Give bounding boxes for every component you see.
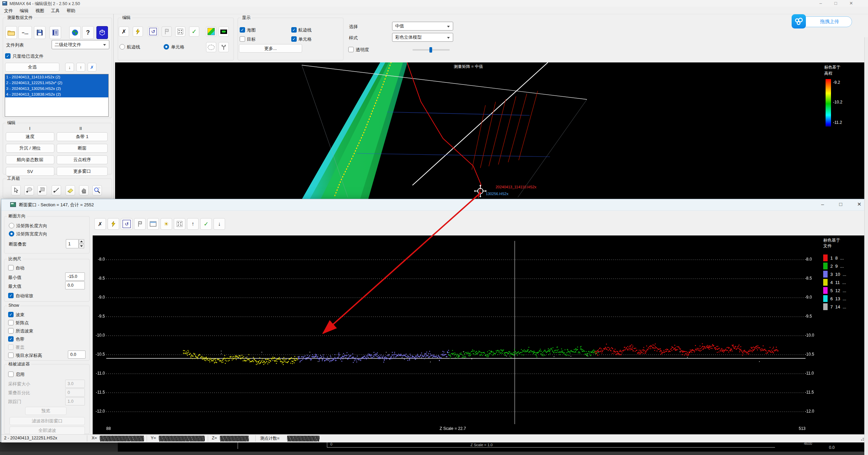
- rect-add-tool-button[interactable]: [37, 185, 47, 195]
- menu-view[interactable]: 视图: [35, 8, 44, 14]
- trackline-radio[interactable]: [119, 44, 125, 50]
- section-expand-button[interactable]: [174, 218, 185, 230]
- more-windows-button[interactable]: 更多窗口: [57, 167, 108, 176]
- edit-x-button[interactable]: ✗: [119, 26, 129, 37]
- upload-widget[interactable]: 拖拽上传: [792, 15, 852, 28]
- autozoom-checkbox[interactable]: [8, 293, 14, 298]
- transparency-slider[interactable]: [412, 49, 450, 51]
- file-list[interactable]: 1 - 20240413_114110.HS2x (2)2 - 20240413…: [5, 74, 109, 117]
- menu-tools[interactable]: 工具: [51, 8, 60, 14]
- accept-button[interactable]: ✓: [189, 26, 199, 37]
- show-checkbox-4[interactable]: [8, 344, 14, 350]
- scrollbar-strip[interactable]: [864, 37, 868, 455]
- pointer-tool-button[interactable]: [11, 185, 21, 195]
- section-close-button[interactable]: ✕: [857, 201, 862, 207]
- section-minimize-button[interactable]: –: [821, 201, 824, 207]
- select-all-button[interactable]: [175, 26, 185, 37]
- file-list-item[interactable]: 4 - 20240413_133838.HS2x (2): [5, 92, 108, 97]
- section-titlebar[interactable]: 断面窗口 - Section = 147, 合计 = 2552 – □ ✕: [1, 199, 868, 211]
- cube-3d-button[interactable]: [96, 26, 108, 39]
- deselect-button[interactable]: ✗: [88, 63, 96, 72]
- file-list-item[interactable]: 3 - 20240413_130256.HS2x (2): [5, 86, 108, 92]
- chart-checkbox[interactable]: [240, 27, 245, 33]
- menu-edit[interactable]: 编辑: [20, 8, 29, 14]
- min-value-field[interactable]: -15.0: [65, 272, 85, 281]
- section-plot[interactable]: -8.0-8.0-8.5-8.5-9.0-9.0-9.5-9.5-10.0-10…: [93, 235, 865, 434]
- show-checkbox-2[interactable]: [8, 328, 14, 334]
- scale-auto-checkbox[interactable]: [8, 265, 14, 270]
- depth-offset-field[interactable]: 0.0: [68, 350, 86, 359]
- move-up-button[interactable]: ↑: [76, 63, 85, 72]
- section-undo-button[interactable]: ↺: [121, 218, 132, 230]
- sv-button[interactable]: SV: [6, 167, 54, 176]
- only-selected-checkbox[interactable]: [5, 53, 11, 59]
- target-checkbox[interactable]: [240, 36, 245, 42]
- eraser-tool-button[interactable]: [66, 185, 75, 195]
- pan-tool-button[interactable]: [79, 185, 89, 195]
- swath-button[interactable]: 条带 1: [57, 132, 108, 141]
- undo-button[interactable]: ↺: [148, 26, 158, 37]
- file-list-item[interactable]: 1 - 20240413_114110.HS2x (2): [5, 74, 108, 80]
- style-dropdown[interactable]: 彩色立体模型: [392, 33, 453, 42]
- heading-attitude-button[interactable]: 艏向姿态数据: [6, 155, 54, 164]
- display-more-button[interactable]: 更多...: [239, 44, 302, 53]
- settings-wrench-button[interactable]: [219, 42, 229, 52]
- section-brightness-button[interactable]: ☀: [161, 218, 172, 230]
- show-checkbox-3[interactable]: [8, 336, 14, 342]
- preview-button[interactable]: 预览: [25, 407, 67, 415]
- lasso-add-tool-button[interactable]: [24, 185, 34, 195]
- menu-file[interactable]: 文件: [4, 8, 13, 14]
- overlay-spin-up[interactable]: [79, 239, 84, 244]
- overlay-spin-down[interactable]: [79, 244, 84, 248]
- cloud-program-button[interactable]: 云点程序: [57, 155, 108, 164]
- save-button[interactable]: [34, 26, 45, 39]
- max-value-field[interactable]: 0.0: [65, 281, 85, 289]
- section-maximize-button[interactable]: □: [839, 201, 842, 207]
- overlap-field[interactable]: 0: [65, 388, 85, 397]
- slider-thumb[interactable]: [429, 47, 432, 53]
- sample-field[interactable]: 3.0: [65, 380, 85, 388]
- gate-field[interactable]: 1.0: [65, 397, 85, 405]
- file-list-item[interactable]: 2 - 20240413_122251.HS2x* (2): [5, 80, 108, 86]
- menu-help[interactable]: 帮助: [67, 8, 75, 14]
- minimize-button[interactable]: –: [819, 1, 822, 6]
- help-button[interactable]: ?: [82, 26, 94, 39]
- matrix-color-button[interactable]: [206, 26, 216, 37]
- lightning-button[interactable]: [133, 26, 143, 37]
- select-all-button[interactable]: 全选: [5, 63, 59, 72]
- heave-tide-button[interactable]: 升沉 / 潮位: [6, 144, 54, 153]
- section-down-button[interactable]: ↓: [214, 218, 225, 230]
- transparency-checkbox[interactable]: [348, 47, 354, 52]
- file-properties-button[interactable]: [50, 26, 61, 39]
- section-button[interactable]: 断面: [57, 144, 108, 153]
- show-checkbox-0[interactable]: [8, 312, 14, 317]
- section-x-button[interactable]: ✗: [94, 218, 106, 230]
- open-file-button[interactable]: [5, 26, 17, 39]
- select-dropdown[interactable]: 中值: [392, 22, 453, 31]
- move-down-button[interactable]: ↓: [65, 63, 74, 72]
- trackline-checkbox[interactable]: [291, 27, 297, 33]
- speed-button[interactable]: 速度: [6, 132, 54, 141]
- upload-label-pill[interactable]: 拖拽上传: [798, 16, 852, 27]
- show-checkbox-1[interactable]: [8, 320, 14, 325]
- filter-profile-window-button[interactable]: 滤波器剖面窗口: [10, 417, 85, 425]
- file-type-dropdown[interactable]: 二级处理文件: [52, 40, 109, 49]
- section-flag-button[interactable]: [134, 218, 146, 230]
- section-lightning-button[interactable]: [108, 218, 119, 230]
- lasso-select-button[interactable]: [206, 42, 216, 52]
- close-button[interactable]: ✕: [849, 1, 853, 6]
- line-add-tool-button[interactable]: [52, 185, 61, 195]
- section-up-button[interactable]: ↑: [187, 218, 199, 230]
- veg-enable-checkbox[interactable]: [8, 372, 14, 377]
- close-file-button[interactable]: –...: [18, 26, 32, 39]
- globe-button[interactable]: [69, 26, 81, 39]
- filter-all-button[interactable]: 全部滤波: [10, 426, 85, 435]
- dir-length-radio[interactable]: [9, 223, 14, 228]
- upload-icon-box[interactable]: [792, 14, 806, 29]
- dir-width-radio[interactable]: [9, 231, 14, 236]
- map-view[interactable]: 测量矩阵 = 中值 20240413_114110.HS2x 130256.HS…: [115, 62, 864, 199]
- show-checkbox-5[interactable]: [8, 353, 14, 358]
- section-plot-canvas[interactable]: [93, 235, 822, 434]
- cell-radio[interactable]: [164, 44, 169, 50]
- flag-button[interactable]: [162, 26, 172, 37]
